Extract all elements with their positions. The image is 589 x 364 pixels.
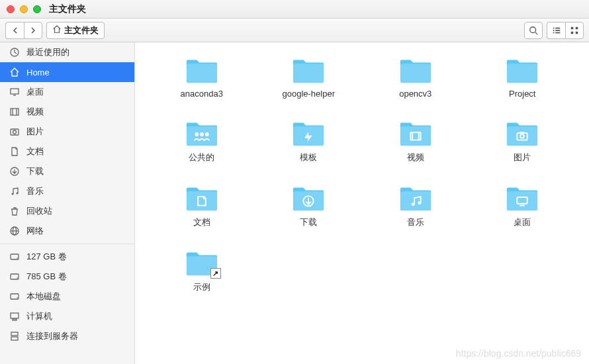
sidebar-item[interactable]: 桌面 — [0, 82, 134, 102]
folder-item[interactable]: 下载 — [262, 183, 356, 228]
sidebar-item-label: Home — [26, 68, 50, 77]
back-button[interactable] — [5, 22, 24, 39]
svg-point-31 — [17, 297, 18, 298]
folder-item[interactable]: anaconda3 — [155, 56, 249, 99]
folder-item[interactable]: 音乐 — [369, 183, 463, 228]
svg-point-27 — [17, 257, 18, 259]
sidebar-item[interactable]: 下载 — [0, 161, 134, 181]
sidebar-item-label: 桌面 — [26, 86, 44, 98]
sidebar-item[interactable]: 音乐 — [0, 181, 134, 201]
svg-rect-49 — [507, 126, 537, 146]
sidebar-item-label: 下载 — [26, 165, 44, 177]
toolbar: 主文件夹 — [0, 19, 589, 42]
folder-icon — [184, 118, 220, 148]
svg-rect-5 — [555, 30, 560, 31]
svg-rect-30 — [11, 294, 19, 299]
svg-rect-32 — [11, 313, 19, 318]
shortcut-arrow-icon: ↗ — [210, 268, 221, 279]
svg-point-57 — [411, 203, 414, 206]
minimize-window-button[interactable] — [20, 5, 28, 13]
sidebar-item[interactable]: 连接到服务器 — [0, 326, 134, 346]
svg-rect-59 — [507, 191, 537, 210]
folder-icon — [504, 183, 540, 212]
disk-icon — [9, 271, 20, 282]
sidebar-item[interactable]: 回收站 — [0, 201, 134, 221]
sidebar-item[interactable]: 785 GB 卷 — [0, 267, 134, 287]
sidebar-item[interactable]: 网络 — [0, 221, 134, 241]
folder-item[interactable]: ↗示例 — [155, 248, 249, 293]
list-view-button[interactable] — [547, 22, 565, 39]
svg-point-19 — [13, 130, 17, 134]
folder-label: opencv3 — [399, 89, 431, 99]
folder-icon — [184, 183, 220, 212]
sidebar-item[interactable]: Home — [0, 62, 134, 82]
home-icon — [9, 67, 20, 77]
maximize-window-button[interactable] — [33, 5, 41, 13]
svg-rect-34 — [11, 332, 18, 336]
svg-rect-39 — [507, 64, 537, 83]
svg-point-0 — [530, 26, 536, 32]
folder-item[interactable]: 文档 — [155, 183, 249, 228]
svg-point-29 — [17, 277, 18, 279]
sidebar-item-label: 图片 — [26, 126, 44, 138]
sidebar-item-label: 音乐 — [26, 185, 44, 197]
path-label: 主文件夹 — [64, 24, 99, 36]
view-buttons — [547, 22, 584, 39]
folder-item[interactable]: google-helper — [262, 56, 356, 99]
folder-item[interactable]: 模板 — [262, 118, 356, 163]
server-icon — [9, 331, 20, 341]
sidebar-item[interactable]: 127 GB 卷 — [0, 247, 134, 267]
sidebar-item-label: 连接到服务器 — [26, 330, 78, 342]
svg-rect-53 — [187, 191, 217, 210]
sidebar-item[interactable]: 本地磁盘 — [0, 287, 134, 306]
sidebar-item[interactable]: 图片 — [0, 122, 134, 142]
forward-button[interactable] — [24, 22, 42, 39]
folder-label: Project — [509, 89, 535, 99]
folder-item[interactable]: 图片 — [476, 118, 570, 163]
folder-item[interactable]: 公共的 — [155, 118, 249, 163]
svg-rect-10 — [571, 31, 574, 34]
folder-label: 图片 — [514, 152, 531, 163]
folder-icon — [398, 183, 433, 212]
svg-rect-15 — [11, 109, 19, 115]
sidebar-item-label: 网络 — [26, 225, 44, 237]
search-button[interactable] — [524, 22, 543, 39]
folder-item[interactable]: 桌面 — [476, 183, 570, 228]
sidebar-item[interactable]: 最近使用的 — [0, 42, 134, 62]
close-window-button[interactable] — [7, 5, 15, 13]
folder-label: 文档 — [193, 216, 210, 228]
svg-rect-8 — [571, 26, 574, 29]
sidebar-item-label: 视频 — [26, 106, 44, 118]
folder-icon — [291, 118, 326, 148]
icon-view-button[interactable] — [565, 22, 584, 39]
svg-point-22 — [17, 193, 19, 195]
svg-rect-6 — [553, 32, 554, 33]
desktop-icon — [9, 87, 20, 97]
music-icon — [9, 186, 20, 197]
sidebar-item[interactable]: 视频 — [0, 102, 134, 122]
sidebar: 最近使用的Home桌面视频图片文档下载音乐回收站网络127 GB 卷785 GB… — [0, 42, 135, 364]
folder-label: 模板 — [300, 152, 317, 163]
sidebar-item-label: 本地磁盘 — [26, 291, 61, 302]
folder-item[interactable]: opencv3 — [369, 56, 463, 99]
svg-rect-28 — [11, 274, 19, 279]
home-icon — [52, 24, 62, 36]
folder-item[interactable]: 视频 — [369, 118, 463, 163]
network-icon — [9, 226, 20, 236]
computer-icon — [9, 311, 20, 322]
content-area: anaconda3google-helperopencv3Project公共的模… — [135, 42, 589, 364]
titlebar: 主文件夹 — [0, 0, 589, 19]
sidebar-item[interactable]: 计算机 — [0, 306, 134, 326]
trash-icon — [9, 206, 20, 216]
svg-point-21 — [12, 193, 14, 195]
folder-item[interactable]: Project — [476, 56, 570, 99]
folder-icon — [184, 56, 220, 85]
sidebar-item[interactable]: 文档 — [0, 142, 134, 161]
pathbar[interactable]: 主文件夹 — [46, 22, 105, 39]
folder-icon — [398, 118, 433, 148]
folder-label: 示例 — [193, 281, 210, 293]
watermark: https://blog.csdn.net/public669 — [456, 348, 581, 359]
sidebar-item-label: 最近使用的 — [26, 46, 69, 58]
download-icon — [9, 166, 20, 177]
svg-rect-3 — [555, 27, 560, 28]
